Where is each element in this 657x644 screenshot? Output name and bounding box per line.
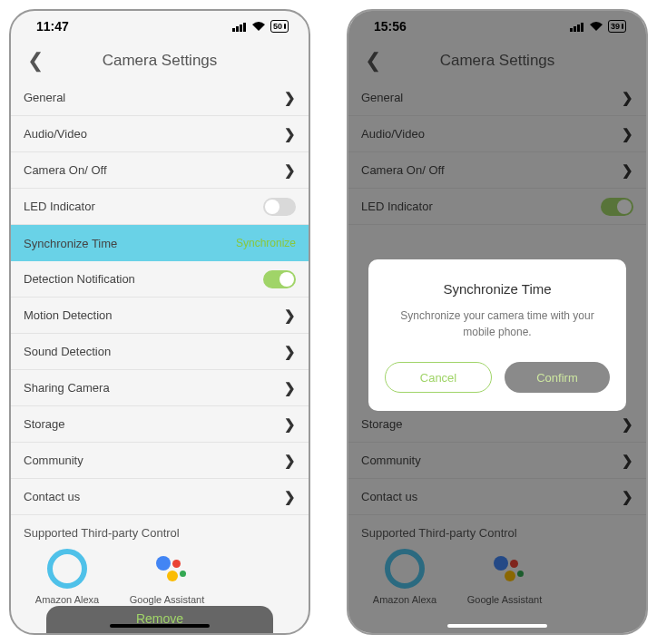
row-storage[interactable]: Storage ❯ xyxy=(348,406,646,443)
synchronize-dialog: Synchronize Time Synchronize your camera… xyxy=(368,259,626,411)
alexa-label: Amazon Alexa xyxy=(373,594,436,605)
status-time: 15:56 xyxy=(374,19,407,34)
thirdparty-title: Supported Third-party Control xyxy=(11,515,309,543)
page-title: Camera Settings xyxy=(348,52,646,70)
signal-icon xyxy=(570,22,584,32)
status-icons: 50 xyxy=(232,20,289,33)
google-assistant-icon xyxy=(485,549,525,589)
chevron-right-icon: ❯ xyxy=(284,126,296,142)
nav-bar: ❮ Camera Settings xyxy=(11,42,309,80)
chevron-right-icon: ❯ xyxy=(622,90,633,106)
status-bar: 11:47 50 xyxy=(11,11,309,42)
row-camera-onoff[interactable]: Camera On/ Off ❯ xyxy=(11,152,309,189)
dialog-message: Synchronize your camera time with your m… xyxy=(385,307,610,340)
dialog-title: Synchronize Time xyxy=(385,281,610,297)
row-label: Sound Detection xyxy=(24,345,111,358)
row-community[interactable]: Community ❯ xyxy=(11,443,309,479)
row-label: Camera On/ Off xyxy=(361,163,445,177)
cancel-button[interactable]: Cancel xyxy=(385,362,492,393)
thirdparty-google-assistant[interactable]: Google Assistant xyxy=(463,549,546,605)
battery-icon: 50 xyxy=(270,20,289,33)
row-label: Detection Notification xyxy=(24,272,135,286)
svg-rect-5 xyxy=(574,26,576,32)
page-title: Camera Settings xyxy=(11,52,309,70)
chevron-right-icon: ❯ xyxy=(284,90,296,106)
row-label: Sharing Camera xyxy=(24,381,110,395)
svg-rect-0 xyxy=(232,28,235,32)
row-contact-us[interactable]: Contact us ❯ xyxy=(11,479,309,515)
row-motion-detection[interactable]: Motion Detection ❯ xyxy=(11,298,309,334)
google-assistant-icon xyxy=(147,549,187,589)
thirdparty-alexa[interactable]: Amazon Alexa xyxy=(363,549,446,605)
chevron-right-icon: ❯ xyxy=(284,307,296,324)
chevron-right-icon: ❯ xyxy=(284,453,296,469)
chevron-right-icon: ❯ xyxy=(622,416,633,433)
chevron-right-icon: ❯ xyxy=(622,162,633,179)
thirdparty-google-assistant[interactable]: Google Assistant xyxy=(125,549,209,605)
row-contact-us[interactable]: Contact us ❯ xyxy=(348,479,646,515)
row-detection-notification: Detection Notification xyxy=(11,261,309,298)
back-button[interactable]: ❮ xyxy=(22,45,49,76)
row-label: Motion Detection xyxy=(24,308,113,322)
row-label: Audio/Video xyxy=(361,127,425,141)
row-label: Community xyxy=(24,454,83,467)
row-label: Contact us xyxy=(24,490,80,503)
detection-toggle[interactable] xyxy=(263,270,296,288)
settings-list: General ❯ Audio/Video ❯ Camera On/ Off ❯… xyxy=(11,80,309,515)
alexa-label: Amazon Alexa xyxy=(35,594,99,605)
row-synchronize-time[interactable]: Synchronize Time Synchronize xyxy=(11,225,309,261)
row-general[interactable]: General ❯ xyxy=(348,80,646,116)
chevron-right-icon: ❯ xyxy=(284,489,296,505)
assistant-label: Google Assistant xyxy=(130,594,205,605)
row-label: General xyxy=(24,91,65,104)
chevron-right-icon: ❯ xyxy=(622,453,633,469)
row-label: Storage xyxy=(24,417,65,431)
status-bar: 15:56 39 xyxy=(348,11,646,42)
home-indicator xyxy=(447,624,547,628)
alexa-icon xyxy=(385,549,425,589)
svg-rect-7 xyxy=(581,23,583,32)
remove-button[interactable]: Remove xyxy=(46,606,273,633)
row-led-indicator: LED Indicator xyxy=(11,189,309,225)
status-icons: 39 xyxy=(570,20,626,33)
confirm-button[interactable]: Confirm xyxy=(505,362,610,393)
row-storage[interactable]: Storage ❯ xyxy=(11,406,309,443)
led-toggle[interactable] xyxy=(601,198,633,216)
home-indicator xyxy=(110,624,210,628)
wifi-icon xyxy=(251,21,266,32)
thirdparty-alexa[interactable]: Amazon Alexa xyxy=(25,549,109,605)
row-camera-onoff[interactable]: Camera On/ Off ❯ xyxy=(348,152,646,189)
svg-rect-1 xyxy=(236,26,239,32)
row-general[interactable]: General ❯ xyxy=(11,80,309,116)
chevron-right-icon: ❯ xyxy=(284,344,296,360)
chevron-right-icon: ❯ xyxy=(622,489,633,505)
svg-rect-6 xyxy=(577,24,580,32)
chevron-right-icon: ❯ xyxy=(622,126,633,142)
status-time: 11:47 xyxy=(36,19,69,34)
row-sound-detection[interactable]: Sound Detection ❯ xyxy=(11,334,309,370)
svg-rect-4 xyxy=(570,28,573,32)
row-label: Audio/Video xyxy=(24,127,87,141)
row-led-indicator: LED Indicator xyxy=(348,189,646,225)
battery-icon: 39 xyxy=(608,20,626,33)
nav-bar: ❮ Camera Settings xyxy=(348,42,646,80)
row-audio-video[interactable]: Audio/Video ❯ xyxy=(11,116,309,152)
row-label: Community xyxy=(361,454,421,467)
row-label: General xyxy=(361,91,403,104)
thirdparty-row: Amazon Alexa Google Assistant xyxy=(11,543,309,605)
phone-right: 15:56 39 ❮ Camera Settings General ❯ Aud… xyxy=(347,9,648,635)
signal-icon xyxy=(232,22,247,32)
thirdparty-row: Amazon Alexa Google Assistant xyxy=(348,543,646,605)
row-label: Contact us xyxy=(361,490,417,503)
chevron-right-icon: ❯ xyxy=(284,380,296,396)
row-label: Storage xyxy=(361,417,403,431)
chevron-right-icon: ❯ xyxy=(284,162,296,179)
dialog-actions: Cancel Confirm xyxy=(385,362,610,393)
row-community[interactable]: Community ❯ xyxy=(348,443,646,479)
wifi-icon xyxy=(589,21,603,32)
row-label: LED Indicator xyxy=(361,200,433,213)
row-audio-video[interactable]: Audio/Video ❯ xyxy=(348,116,646,152)
led-toggle[interactable] xyxy=(263,198,296,216)
row-sharing-camera[interactable]: Sharing Camera ❯ xyxy=(11,370,309,406)
back-button[interactable]: ❮ xyxy=(359,45,387,76)
